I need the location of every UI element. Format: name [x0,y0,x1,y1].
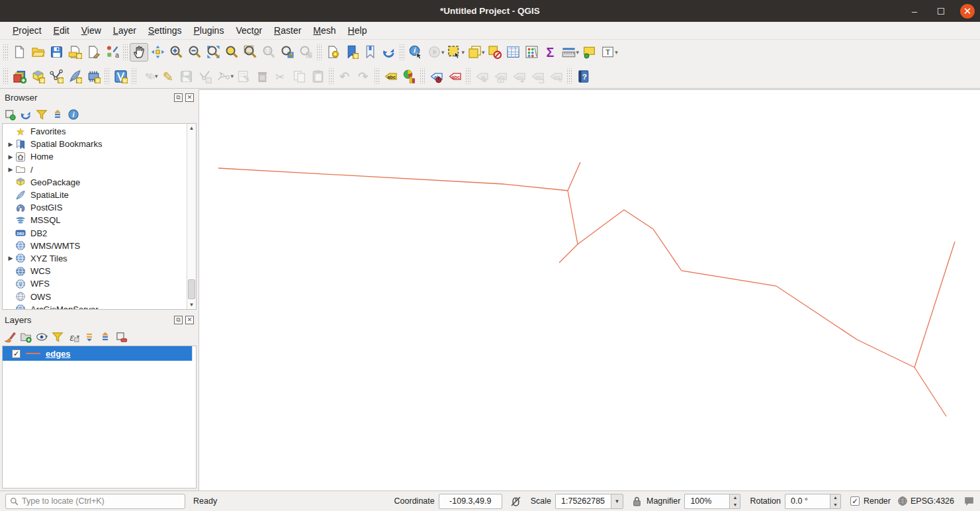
browser-float-icon[interactable]: ⧉ [174,93,183,102]
help-contents-button[interactable]: ? [574,67,592,85]
toolbar-handle[interactable] [329,68,334,84]
layers-float-icon[interactable]: ⧉ [174,316,183,324]
expand-arrow-icon[interactable]: ▶ [7,141,15,148]
refresh-browser-button[interactable] [20,109,32,120]
new-virtual-layer-button[interactable]: ✻ [111,67,130,85]
toolbar-handle[interactable] [466,68,470,84]
locator-input[interactable] [22,496,181,506]
mouse-extents-toggle-icon[interactable] [510,496,521,507]
map-canvas[interactable] [199,89,980,490]
browser-item-wfs[interactable]: VWFS [3,277,186,290]
filter-by-expression-button[interactable]: ε▾ [67,331,79,343]
browser-item-favorites[interactable]: ★Favorites [3,125,186,138]
deselect-all-button[interactable] [486,43,504,62]
data-source-manager-button[interactable] [10,67,28,85]
new-shapefile-layer-button[interactable]: ✻ [47,67,66,85]
zoom-in-button[interactable] [167,43,185,62]
coordinate-field[interactable]: -109.3,49.9 [439,494,502,509]
browser-scrollbar[interactable]: ▲ ▼ [187,124,196,309]
menu-mesh[interactable]: Mesh [307,23,341,38]
lock-scale-icon[interactable] [631,496,643,507]
menu-help[interactable]: Help [342,23,373,38]
layer-labeling-button[interactable]: abc [381,67,400,85]
toolbar-handle[interactable] [3,44,8,60]
toolbar-handle[interactable] [375,68,379,84]
collapse-all-button[interactable] [52,109,64,120]
remove-layer-button[interactable] [115,331,127,343]
new-spatial-bookmark-button[interactable]: ✻ [342,43,361,62]
zoom-to-selection-button[interactable] [222,43,241,62]
new-map-view-button[interactable] [324,43,342,62]
select-by-value-button[interactable] [465,43,484,62]
identify-features-button[interactable]: i [406,43,425,62]
layer-visibility-checkbox[interactable]: ✓ [12,349,21,358]
toolbar-handle[interactable] [420,68,425,84]
pan-to-selection-button[interactable] [148,43,167,62]
minimize-button[interactable]: – [907,4,922,19]
new-print-layout-button[interactable]: ✻ [66,43,84,62]
title-bar[interactable]: *Untitled Project - QGIS – ☐ ✕ [0,0,980,22]
manage-map-themes-dropdown-icon[interactable]: ▾ [45,334,48,340]
rotation-value[interactable]: 0.0 ° [785,494,830,509]
browser-item-wcs[interactable]: WCS [3,265,186,277]
rotation-spinbox[interactable]: 0.0 ° ▲▼ [785,494,841,509]
locator-box[interactable] [5,494,185,509]
scroll-thumb[interactable] [188,279,195,299]
magnifier-value[interactable]: 100% [684,494,729,509]
toolbar-handle[interactable] [123,44,128,60]
add-selected-layers-button[interactable] [4,109,16,120]
filter-legend-button[interactable] [52,331,64,343]
toolbar-handle[interactable] [132,68,136,84]
browser-item-db2[interactable]: DB2DB2 [3,227,186,240]
menu-edit[interactable]: Edit [48,23,75,38]
menu-layer[interactable]: Layer [107,23,142,38]
render-check-icon[interactable]: ✓ [850,496,860,506]
maximize-button[interactable]: ☐ [934,4,948,19]
open-layer-styling-button[interactable] [4,331,16,343]
expand-arrow-icon[interactable]: ▶ [7,154,15,160]
expand-arrow-icon[interactable]: ▶ [7,255,15,261]
crs-status[interactable]: EPSG:4326 [897,496,954,506]
zoom-to-layer-button[interactable] [241,43,259,62]
select-features-button[interactable] [445,43,464,62]
show-layout-manager-button[interactable] [84,43,103,62]
scale-combo[interactable]: 1:75262785 ▼ [555,494,623,509]
browser-item--[interactable]: ▶/ [3,163,186,176]
new-project-button[interactable] [10,43,28,62]
zoom-last-button[interactable] [278,43,296,62]
add-group-button[interactable] [20,331,32,343]
layer-name[interactable]: edges [46,349,71,359]
scroll-down-icon[interactable]: ▼ [187,301,196,309]
refresh-map-button[interactable] [379,43,398,62]
magnifier-up-icon[interactable]: ▲ [730,494,740,502]
highlight-pinned-labels-button[interactable]: abc [445,67,464,85]
toggle-editing-button[interactable]: ✎ [159,67,177,85]
rotation-down-icon[interactable]: ▼ [830,501,840,508]
new-geopackage-layer-button[interactable]: ✻ [28,67,47,85]
menu-raster[interactable]: Raster [268,23,307,38]
browser-item-postgis[interactable]: PostGIS [3,201,186,214]
layer-item-edges[interactable]: ✓edges [3,346,196,361]
new-spatialite-layer-button[interactable]: ✻ [66,67,84,85]
save-project-button[interactable] [47,43,66,62]
layer-diagram-button[interactable] [400,67,418,85]
open-attribute-table-button[interactable] [504,43,523,62]
toolbar-handle[interactable] [317,44,322,60]
menu-plugins[interactable]: Plugins [187,23,230,38]
zoom-full-button[interactable] [204,43,222,62]
rotation-up-icon[interactable]: ▲ [830,494,840,502]
map-tips-button[interactable] [580,43,598,62]
open-project-button[interactable] [28,43,47,62]
text-annotation-button[interactable]: T [598,43,617,62]
scale-value[interactable]: 1:75262785 [555,494,611,509]
pin-labels-button[interactable]: ab [427,67,445,85]
magnifier-down-icon[interactable]: ▼ [730,501,740,508]
browser-item-geopackage[interactable]: GeoPackage [3,176,186,189]
pan-map-button[interactable] [130,43,148,62]
menu-settings[interactable]: Settings [142,23,188,38]
filter-by-expression-dropdown-icon[interactable]: ▾ [77,334,79,340]
magnifier-spinbox[interactable]: 100% ▲▼ [684,494,740,509]
browser-close-icon[interactable]: ✕ [185,93,194,102]
measure-button[interactable] [560,43,578,62]
manage-map-themes-button[interactable]: ▾ [36,331,48,343]
